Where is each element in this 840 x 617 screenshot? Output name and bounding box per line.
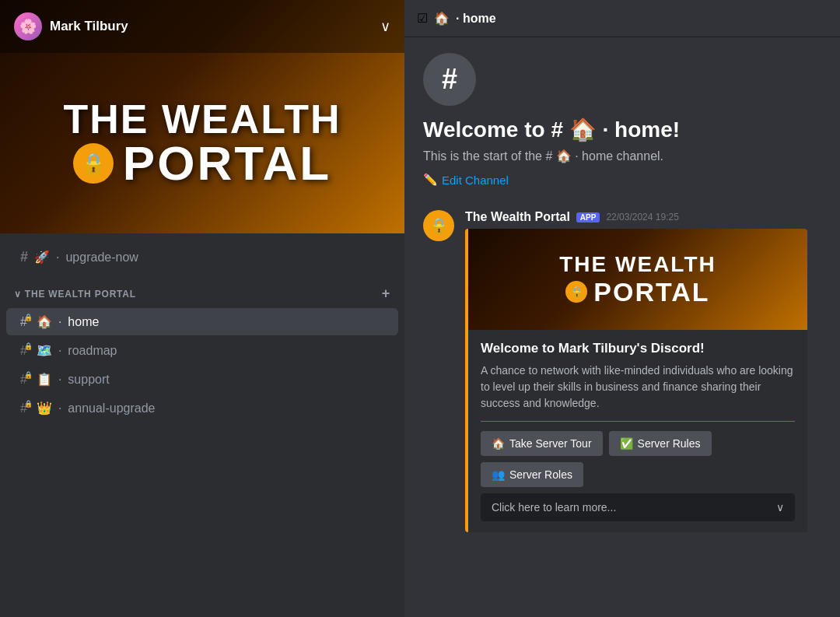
server-banner: THE WEALTH 🔒 PORTAL <box>0 53 404 233</box>
embed-description: A chance to network with like-minded ind… <box>481 363 795 412</box>
hash-lock-icon-annual: #🔒 <box>20 401 27 415</box>
hash-lock-icon-roadmap: #🔒 <box>20 344 27 358</box>
embed-banner-portal-row: 🔒 PORTAL <box>559 277 716 307</box>
sidebar-item-home[interactable]: #🔒 🏠 · home <box>6 308 398 335</box>
pencil-icon: ✏️ <box>423 173 438 187</box>
tour-icon: 🏠 <box>492 437 505 450</box>
topbar-inbox-icon: ☑ <box>417 11 428 26</box>
edit-channel-link[interactable]: ✏️ Edit Channel <box>423 173 509 187</box>
dropdown-chevron-icon: ∨ <box>776 501 784 514</box>
support-dot: · <box>58 373 61 387</box>
roles-icon: 👥 <box>492 468 505 481</box>
embed-dropdown[interactable]: Click here to learn more... ∨ <box>481 493 795 521</box>
rules-label: Server Rules <box>638 437 701 450</box>
category-header-wealth-portal[interactable]: ∨ THE WEALTH PORTAL + <box>0 273 404 307</box>
sidebar-item-roadmap[interactable]: #🔒 🗺️ · roadmap <box>6 337 398 364</box>
roles-label: Server Roles <box>509 468 572 481</box>
support-emoji: 📋 <box>37 372 52 387</box>
sidebar-channels: # 🚀 · upgrade-now ∨ THE WEALTH PORTAL + … <box>0 233 404 617</box>
home-dot: · <box>58 315 61 329</box>
channel-label-roadmap: roadmap <box>68 344 117 358</box>
banner-the-wealth-text: THE WEALTH <box>64 99 341 139</box>
annual-emoji: 👑 <box>37 401 52 415</box>
tour-label: Take Server Tour <box>509 437 592 450</box>
channel-welcome: # Welcome to # 🏠 · home! This is the sta… <box>423 53 821 187</box>
server-icon: 🌸 <box>14 12 42 40</box>
server-rules-button[interactable]: ✅ Server Rules <box>609 431 712 456</box>
embed-card: THE WEALTH 🔒 PORTAL Welcome to Mark Tilb… <box>465 229 807 532</box>
message-avatar: 🔒 <box>423 210 454 241</box>
hash-lock-icon-home: #🔒 <box>20 315 27 329</box>
message-author: The Wealth Portal <box>465 210 570 224</box>
app-badge: APP <box>576 212 600 223</box>
message-timestamp: 22/03/2024 19:25 <box>606 212 678 223</box>
channel-topbar: ☑ 🏠 · home <box>404 0 840 37</box>
welcome-subtitle: This is the start of the # 🏠 · home chan… <box>423 149 821 163</box>
banner-content: THE WEALTH 🔒 PORTAL <box>64 99 341 188</box>
topbar-home-emoji: 🏠 <box>434 11 450 26</box>
banner-portal-text: PORTAL <box>123 139 331 188</box>
roadmap-emoji: 🗺️ <box>37 343 52 358</box>
server-header: 🌸 Mark Tilbury ∨ THE WEALTH 🔒 PORTAL <box>0 0 404 233</box>
server-dropdown-icon[interactable]: ∨ <box>380 18 390 35</box>
sidebar-item-upgrade-now[interactable]: # 🚀 · upgrade-now <box>6 243 398 272</box>
message-body: The Wealth Portal APP 22/03/2024 19:25 T… <box>465 210 821 532</box>
sidebar-item-annual-upgrade[interactable]: #🔒 👑 · annual-upgrade <box>6 394 398 422</box>
annual-dot: · <box>58 401 61 415</box>
rules-icon: ✅ <box>620 437 633 450</box>
server-roles-button[interactable]: 👥 Server Roles <box>481 462 583 487</box>
welcome-title: Welcome to # 🏠 · home! <box>423 117 821 142</box>
embed-title: Welcome to Mark Tilbury's Discord! <box>481 341 795 356</box>
dropdown-placeholder: Click here to learn more... <box>492 501 616 514</box>
hash-lock-icon-support: #🔒 <box>20 373 27 387</box>
channel-label-home: home <box>68 315 99 329</box>
banner-portal-row: 🔒 PORTAL <box>64 139 341 188</box>
server-name-group: 🌸 Mark Tilbury <box>14 12 128 40</box>
topbar-channel-name: · home <box>456 12 496 26</box>
server-name: Mark Tilbury <box>50 19 128 34</box>
take-server-tour-button[interactable]: 🏠 Take Server Tour <box>481 431 603 456</box>
main-content: ☑ 🏠 · home # Welcome to # 🏠 · home! This… <box>404 0 840 617</box>
embed-banner-inner: THE WEALTH 🔒 PORTAL <box>559 252 716 307</box>
banner-lock-icon: 🔒 <box>73 143 114 184</box>
message-header: The Wealth Portal APP 22/03/2024 19:25 <box>465 210 821 224</box>
sidebar-item-support[interactable]: #🔒 📋 · support <box>6 366 398 393</box>
channel-name-upgrade-now: · <box>56 251 59 265</box>
embed-banner: THE WEALTH 🔒 PORTAL <box>468 229 807 330</box>
category-collapse-icon: ∨ <box>14 289 22 300</box>
category-label: THE WEALTH PORTAL <box>25 289 382 300</box>
message-container: 🔒 The Wealth Portal APP 22/03/2024 19:25… <box>423 210 821 532</box>
embed-body: Welcome to Mark Tilbury's Discord! A cha… <box>468 330 807 532</box>
channel-label-upgrade-now: upgrade-now <box>65 251 138 265</box>
welcome-hash-icon: # <box>423 53 476 106</box>
channel-body: # Welcome to # 🏠 · home! This is the sta… <box>404 37 840 617</box>
add-channel-button[interactable]: + <box>382 286 390 302</box>
roadmap-dot: · <box>58 344 61 358</box>
home-emoji: 🏠 <box>37 314 52 329</box>
channel-label-support: support <box>68 373 109 387</box>
hash-icon: # <box>20 249 28 265</box>
embed-divider <box>481 421 795 422</box>
embed-banner-portal-text: PORTAL <box>593 277 709 307</box>
edit-channel-label: Edit Channel <box>442 174 509 187</box>
server-title-bar[interactable]: 🌸 Mark Tilbury ∨ <box>0 0 404 53</box>
channel-label-annual: annual-upgrade <box>68 401 155 415</box>
rocket-emoji: 🚀 <box>34 250 50 265</box>
embed-buttons: 🏠 Take Server Tour ✅ Server Rules 👥 Serv… <box>481 431 795 487</box>
sidebar: 🌸 Mark Tilbury ∨ THE WEALTH 🔒 PORTAL # 🚀… <box>0 0 404 617</box>
embed-banner-the-wealth: THE WEALTH <box>559 252 716 277</box>
embed-lock-icon: 🔒 <box>565 281 587 303</box>
